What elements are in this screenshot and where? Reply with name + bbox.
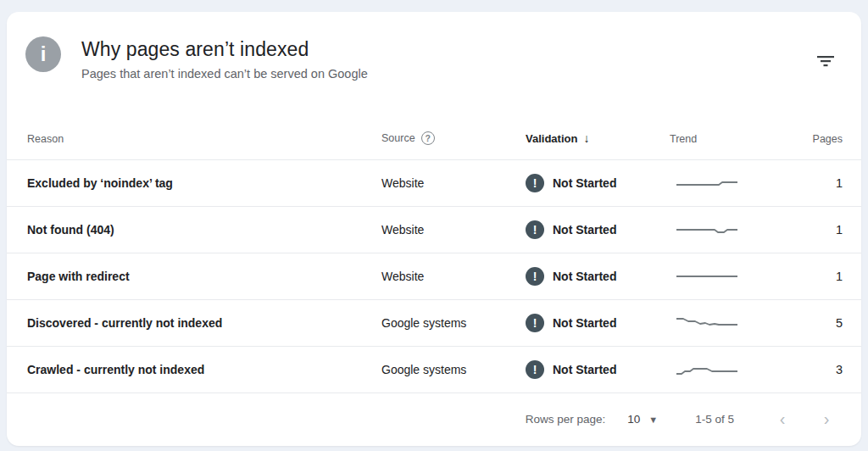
page-subtitle: Pages that aren’t indexed can’t be serve…: [81, 67, 368, 81]
column-header-trend-label: Trend: [670, 133, 697, 145]
filter-button[interactable]: [814, 49, 837, 73]
trend-sparkline: [675, 175, 739, 192]
table-footer: Rows per page: 10 ▼ 1-5 of 5 ‹ ›: [7, 393, 861, 445]
not-started-icon: !: [526, 174, 544, 192]
dropdown-caret-icon: ▼: [648, 415, 658, 425]
column-header-reason[interactable]: Reason: [27, 133, 381, 145]
pages-count: 1: [780, 270, 843, 283]
rows-per-page-value: 10: [627, 413, 640, 426]
table-row[interactable]: Not found (404) Website ! Not Started 1: [7, 207, 861, 253]
validation-status: Not Started: [553, 223, 616, 237]
header-titles: Why pages aren’t indexed Pages that aren…: [81, 36, 368, 81]
column-header-pages[interactable]: Pages: [780, 133, 843, 145]
trend-sparkline: [675, 221, 739, 238]
validation-status: Not Started: [553, 270, 616, 283]
validation-cell: ! Not Started: [526, 314, 670, 332]
trend-cell: [670, 315, 780, 331]
trend-sparkline: [675, 361, 739, 378]
table-row[interactable]: Crawled - currently not indexed Google s…: [7, 347, 861, 393]
table-row[interactable]: Discovered - currently not indexed Googl…: [7, 300, 861, 347]
reason-cell: Crawled - currently not indexed: [27, 363, 381, 376]
next-page-button[interactable]: ›: [814, 407, 839, 432]
column-header-validation-label: Validation: [526, 132, 577, 145]
trend-cell: [670, 175, 780, 192]
trend-sparkline: [675, 268, 739, 285]
source-cell: Website: [381, 270, 526, 283]
card-header: i Why pages aren’t indexed Pages that ar…: [7, 12, 861, 83]
column-header-source[interactable]: Source ?: [381, 131, 526, 145]
filter-icon: [816, 53, 835, 69]
column-header-reason-label: Reason: [27, 133, 64, 145]
validation-cell: ! Not Started: [526, 267, 670, 286]
validation-status: Not Started: [553, 363, 616, 376]
reason-cell: Discovered - currently not indexed: [27, 316, 381, 330]
pages-count: 1: [780, 223, 843, 237]
reason-cell: Excluded by ‘noindex’ tag: [27, 176, 381, 190]
pagination-range: 1-5 of 5: [695, 413, 734, 426]
reason-cell: Page with redirect: [27, 270, 381, 283]
source-cell: Website: [381, 176, 526, 190]
validation-status: Not Started: [553, 176, 616, 190]
validation-cell: ! Not Started: [526, 220, 670, 239]
previous-page-button[interactable]: ‹: [770, 407, 795, 432]
trend-cell: [670, 268, 780, 285]
validation-cell: ! Not Started: [526, 174, 670, 192]
page-title: Why pages aren’t indexed: [81, 38, 368, 61]
column-header-validation[interactable]: Validation ↓: [526, 131, 670, 145]
column-header-trend[interactable]: Trend: [670, 133, 780, 145]
why-pages-arent-indexed-card: i Why pages aren’t indexed Pages that ar…: [7, 12, 861, 446]
rows-per-page-select[interactable]: 10 ▼: [627, 413, 658, 426]
pages-count: 3: [780, 363, 843, 376]
info-icon: i: [25, 36, 61, 72]
rows-per-page-label: Rows per page:: [526, 413, 606, 426]
not-started-icon: !: [526, 220, 544, 239]
column-header-source-label: Source: [381, 132, 415, 144]
table-row[interactable]: Page with redirect Website ! Not Started…: [7, 253, 861, 300]
source-cell: Website: [381, 223, 526, 237]
help-icon[interactable]: ?: [421, 131, 435, 145]
trend-cell: [670, 361, 780, 378]
validation-cell: ! Not Started: [526, 360, 670, 379]
pages-count: 5: [780, 316, 843, 330]
reason-cell: Not found (404): [27, 223, 381, 237]
trend-cell: [670, 221, 780, 238]
source-cell: Google systems: [381, 363, 526, 376]
source-cell: Google systems: [381, 316, 526, 330]
validation-status: Not Started: [553, 316, 616, 330]
table-row[interactable]: Excluded by ‘noindex’ tag Website ! Not …: [7, 160, 861, 207]
column-header-pages-label: Pages: [813, 133, 843, 145]
table-header-row: Reason Source ? Validation ↓ Trend Pages: [7, 83, 861, 160]
pages-count: 1: [780, 176, 843, 190]
issues-table: Reason Source ? Validation ↓ Trend Pages…: [7, 83, 861, 446]
not-started-icon: !: [526, 314, 544, 332]
not-started-icon: !: [526, 267, 544, 286]
sort-descending-icon: ↓: [583, 131, 589, 145]
not-started-icon: !: [526, 360, 544, 379]
trend-sparkline: [675, 315, 739, 331]
